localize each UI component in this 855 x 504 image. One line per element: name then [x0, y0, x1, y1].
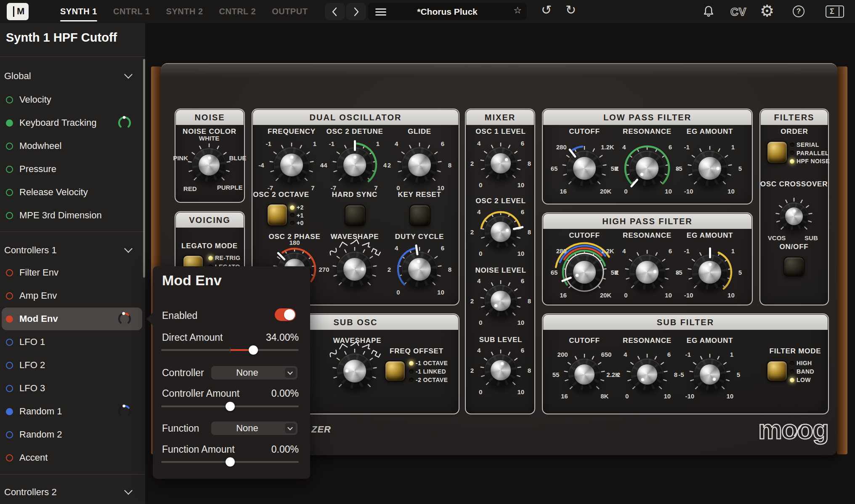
preset-prev-button[interactable] [325, 3, 345, 20]
sidebar-scrollbar[interactable] [143, 59, 145, 278]
sidebar-item-accent[interactable]: Accent [19, 452, 48, 463]
filter-order-button[interactable] [767, 141, 788, 164]
preset-field[interactable]: *Chorus Pluck ☆ [368, 3, 527, 20]
mod-source-bullet [6, 292, 13, 300]
sidebar-divider [0, 231, 145, 232]
enabled-label: Enabled [162, 310, 197, 321]
knob-pointer-dot [653, 270, 656, 273]
controller-amount-slider[interactable] [161, 402, 299, 411]
cv-icon[interactable]: CV [730, 5, 746, 19]
sidebar-item-modwheel[interactable]: Modwheel [19, 141, 61, 151]
sidebar-item-lfo-1[interactable]: LFO 1 [19, 337, 45, 347]
tick-label: -1 [684, 247, 689, 254]
sidebar-item-filter-env[interactable]: Filter Env [19, 267, 58, 278]
key-reset-button[interactable] [409, 204, 430, 226]
sidebar-item-mod-env[interactable]: Mod Env [19, 313, 58, 324]
enabled-toggle[interactable] [275, 308, 296, 321]
sidebar-item-pressure[interactable]: Pressure [19, 164, 56, 175]
sidebar-item-random-2[interactable]: Random 2 [19, 429, 62, 440]
filter-mode-button[interactable] [767, 361, 788, 382]
button-label-filter-order: ORDER [781, 127, 808, 136]
direct-amount-slider[interactable] [161, 345, 299, 355]
controller-dropdown[interactable]: None [211, 366, 297, 379]
favorite-star-icon[interactable]: ☆ [513, 5, 522, 16]
led-label: +1 [297, 212, 304, 219]
freq-offset-button[interactable] [385, 361, 406, 382]
sidebar-item-random-1[interactable]: Random 1 [19, 406, 62, 417]
knob-pointer [709, 247, 711, 258]
tab-cntrl-2[interactable]: CNTRL 2 [219, 0, 256, 23]
mixer-sigma-icon[interactable]: Σ [826, 5, 844, 18]
tick-label: 2 [470, 297, 474, 305]
led-label: SERIAL [797, 141, 819, 148]
led-freq-offset-2 [409, 378, 414, 382]
sidebar-section-controllers-2[interactable]: Controllers 2 [4, 487, 57, 498]
top-bar: M SYNTH 1CNTRL 1SYNTH 2CNTRL 2OUTPUT *Ch… [0, 0, 855, 23]
sidebar-item-mpe-3rd-dimension[interactable]: MPE 3rd Dimension [19, 210, 102, 221]
button-label-filter-mode: FILTER MODE [770, 347, 821, 355]
tick-label: 6 [441, 244, 444, 251]
hard-sync-button[interactable] [345, 204, 366, 226]
help-icon[interactable]: ? [793, 5, 805, 17]
redo-button[interactable]: ↻ [566, 3, 576, 17]
tab-cntrl-1[interactable]: CNTRL 1 [113, 0, 150, 23]
sidebar-section-global[interactable]: Global [4, 71, 31, 82]
tick-label: 4 [395, 244, 398, 251]
tick-label: 10 [665, 292, 672, 299]
function-amount-value: 0.00% [271, 444, 299, 455]
tick-label: -1 [684, 143, 689, 150]
notifications-bell-icon[interactable] [702, 5, 715, 21]
logo-bar [13, 6, 14, 17]
knob-pointer-dot [640, 173, 643, 176]
tick-label: 8 [528, 228, 531, 236]
tick-label: 16 [561, 393, 568, 400]
knob-cap [637, 364, 658, 385]
tick-label: 10 [726, 393, 733, 400]
function-dropdown[interactable]: None [211, 422, 297, 435]
preset-next-button[interactable] [346, 3, 366, 20]
led-label: -2 OCTAVE [416, 377, 448, 383]
osc2-octave-button[interactable] [267, 204, 288, 226]
sidebar-item-velocity[interactable]: Velocity [19, 94, 51, 105]
tab-output[interactable]: OUTPUT [272, 0, 308, 23]
mod-amount-indicator [116, 403, 133, 420]
sidebar-item-keyboard-tracking[interactable]: Keyboard Tracking [19, 117, 96, 128]
sidebar-section-controllers-1[interactable]: Controllers 1 [4, 245, 57, 256]
sigma-divider [839, 7, 839, 16]
chevron-down-icon[interactable] [124, 244, 133, 253]
undo-button[interactable]: ↺ [541, 3, 552, 17]
sidebar-item-amp-env[interactable]: Amp Env [19, 290, 57, 301]
settings-gear-icon[interactable]: ⚙ [760, 2, 774, 20]
sidebar-item-release-velocity[interactable]: Release Velocity [19, 187, 88, 198]
tick-label: 10 [517, 319, 524, 326]
knob-pointer-dot [576, 274, 579, 277]
moog-m-logo[interactable]: M [7, 3, 29, 20]
chevron-down-icon[interactable] [124, 486, 133, 495]
sidebar-item-lfo-3[interactable]: LFO 3 [19, 383, 45, 394]
led-label: BAND [797, 368, 814, 375]
tab-synth-1[interactable]: SYNTH 1 [60, 0, 97, 23]
filters-on-off-button[interactable] [783, 257, 805, 277]
function-dropdown-value: None [211, 422, 283, 435]
tick-label: 10 [728, 292, 735, 299]
function-label: Function [162, 423, 199, 434]
led-freq-offset-0 [409, 361, 414, 366]
sidebar-item-lfo-2[interactable]: LFO 2 [19, 360, 45, 371]
tick-label: 280 [556, 247, 567, 254]
section-header-high-pass-filter: HIGH PASS FILTER [543, 214, 751, 229]
led-label: HPF NOISE [797, 158, 830, 164]
popup-title: Mod Env [162, 272, 222, 289]
slider-thumb[interactable] [249, 345, 258, 355]
tick-label: 10 [728, 188, 735, 195]
chevron-down-icon[interactable] [124, 70, 133, 79]
preset-name[interactable]: *Chorus Pluck [368, 3, 527, 20]
function-amount-slider[interactable] [161, 457, 299, 467]
tick-label: 1 [313, 140, 316, 147]
tick-label: 8 [528, 367, 531, 374]
slider-thumb[interactable] [226, 457, 235, 467]
slider-thumb[interactable] [226, 402, 235, 411]
section-header-mixer: MIXER [466, 110, 534, 125]
tab-synth-2[interactable]: SYNTH 2 [166, 0, 203, 23]
wood-rail-right [837, 66, 847, 454]
tick-label: 650 [601, 350, 611, 358]
